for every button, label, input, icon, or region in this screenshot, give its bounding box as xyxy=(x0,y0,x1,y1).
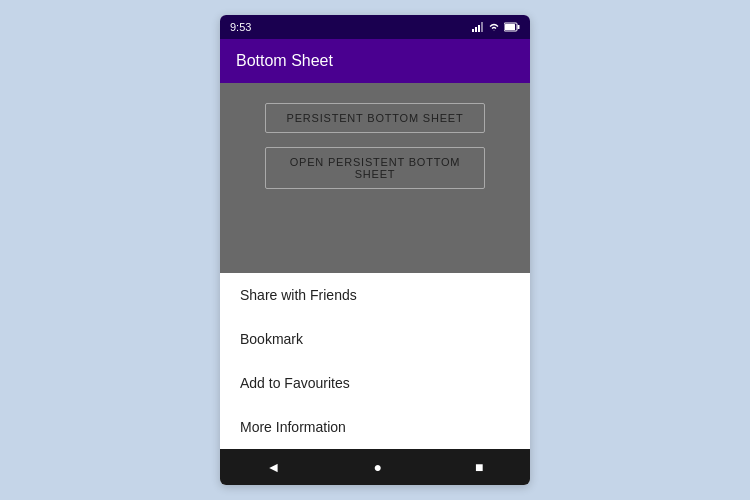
back-button[interactable]: ◄ xyxy=(267,459,281,475)
bottom-sheet: Share with Friends Bookmark Add to Favou… xyxy=(220,273,530,449)
home-button[interactable]: ● xyxy=(373,459,381,475)
open-persistent-bottom-sheet-button[interactable]: OPEN PERSISTENT BOTTOM SHEET xyxy=(265,147,485,189)
persistent-bottom-sheet-button[interactable]: PERSISTENT BOTTOM SHEET xyxy=(265,103,485,133)
bottom-sheet-item-more-info[interactable]: More Information xyxy=(220,405,530,449)
signal-icon xyxy=(472,22,484,32)
svg-rect-5 xyxy=(518,25,520,29)
bottom-sheet-item-favourites[interactable]: Add to Favourites xyxy=(220,361,530,405)
nav-bar: ◄ ● ■ xyxy=(220,449,530,485)
svg-rect-0 xyxy=(472,29,474,32)
app-bar: Bottom Sheet xyxy=(220,39,530,83)
main-content: PERSISTENT BOTTOM SHEET OPEN PERSISTENT … xyxy=(220,83,530,273)
bottom-sheet-item-bookmark[interactable]: Bookmark xyxy=(220,317,530,361)
svg-rect-1 xyxy=(475,27,477,32)
status-bar: 9:53 xyxy=(220,15,530,39)
svg-rect-2 xyxy=(478,25,480,32)
svg-rect-6 xyxy=(505,24,515,30)
bottom-sheet-item-share[interactable]: Share with Friends xyxy=(220,273,530,317)
wifi-icon xyxy=(488,22,500,32)
status-icons xyxy=(472,22,520,32)
status-time: 9:53 xyxy=(230,21,251,33)
svg-rect-3 xyxy=(481,22,483,32)
recents-button[interactable]: ■ xyxy=(475,459,483,475)
app-bar-title: Bottom Sheet xyxy=(236,52,333,70)
phone-frame: 9:53 Bottom Sheet xyxy=(220,15,530,485)
battery-icon xyxy=(504,22,520,32)
